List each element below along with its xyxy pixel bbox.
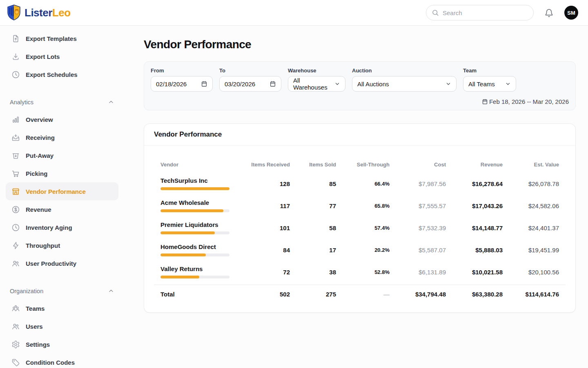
col-header-sell-through: Sell-Through (336, 162, 390, 168)
sidebar-item-label: Throughput (26, 242, 60, 249)
sidebar-item-put-away[interactable]: Put-Away (0, 146, 124, 164)
table-row[interactable]: TechSurplus Inc 128 85 66.4% $7,987.56 $… (154, 173, 566, 195)
sidebar-item-label: User Productivity (26, 260, 76, 267)
sidebar: Export Templates Export Lots Export Sche… (0, 26, 124, 368)
topbar: ListerLeo SM (0, 0, 588, 26)
search-icon (432, 9, 439, 16)
vendor-name: Valley Returns (160, 265, 242, 272)
est-value: $20,100.56 (503, 269, 566, 276)
items-received-value: 101 (242, 224, 290, 231)
est-value: $26,078.78 (503, 180, 566, 187)
items-sold-value: 17 (290, 247, 336, 254)
table-header-row: Vendor Items Received Items Sold Sell-Th… (154, 146, 566, 173)
sidebar-item-teams[interactable]: Teams (0, 299, 124, 317)
vendor-name: HomeGoods Direct (160, 243, 242, 250)
sidebar-item-export-templates[interactable]: Export Templates (0, 29, 124, 47)
table-row[interactable]: HomeGoods Direct 84 17 20.2% $5,587.07 $… (154, 239, 566, 261)
sidebar-item-throughput[interactable]: Throughput (0, 236, 124, 254)
card-title: Vendor Performance (154, 130, 566, 139)
sidebar-item-export-schedules[interactable]: Export Schedules (0, 65, 124, 83)
items-received-value: 84 (242, 247, 290, 254)
file-up-icon (11, 34, 20, 43)
filter-to: To 03/20/2026 (219, 67, 281, 92)
sidebar-section-analytics[interactable]: Analytics (0, 94, 124, 110)
sidebar-item-label: Inventory Aging (26, 224, 72, 231)
revenue-value: $10,021.58 (446, 269, 503, 276)
sidebar-item-receiving[interactable]: Receiving (0, 128, 124, 146)
team-select[interactable]: All Teams (463, 76, 516, 92)
notification-bell-icon[interactable] (544, 8, 554, 18)
total-est-value: $114,614.76 (503, 291, 566, 298)
items-sold-value: 77 (290, 202, 336, 209)
table-row[interactable]: Acme Wholesale 117 77 65.8% $7,555.57 $1… (154, 195, 566, 217)
sidebar-item-label: Picking (26, 170, 47, 177)
vendor-performance-card: Vendor Performance Vendor Items Received… (144, 123, 576, 313)
sidebar-item-export-lots[interactable]: Export Lots (0, 47, 124, 65)
chevron-up-icon[interactable] (108, 288, 114, 294)
est-value: $24,582.06 (503, 202, 566, 209)
auction-value: All Auctions (357, 81, 389, 88)
sidebar-item-vendor-performance[interactable]: Vendor Performance (6, 182, 118, 200)
total-cost: $34,794.48 (390, 291, 446, 298)
sell-through-value: 52.8% (336, 269, 390, 275)
sidebar-item-label: Vendor Performance (26, 188, 86, 195)
users-icon (11, 322, 20, 331)
sidebar-item-label: Teams (26, 305, 45, 312)
brand-name: ListerLeo (24, 7, 71, 19)
chevron-down-icon (445, 81, 451, 87)
cost-value: $5,587.07 (390, 247, 446, 254)
calendar-icon[interactable] (270, 81, 276, 87)
sidebar-item-user-productivity[interactable]: User Productivity (0, 254, 124, 272)
revenue-value: $5,888.03 (446, 247, 503, 254)
sell-through-value: 20.2% (336, 247, 390, 253)
table-row[interactable]: Premier Liquidators 101 58 57.4% $7,532.… (154, 217, 566, 239)
sidebar-item-inventory-aging[interactable]: Inventory Aging (0, 218, 124, 236)
sidebar-item-condition-codes[interactable]: Condition Codes (0, 353, 124, 368)
col-header-revenue: Revenue (446, 162, 503, 168)
col-header-vendor: Vendor (154, 162, 242, 168)
clock-icon (11, 223, 20, 232)
col-header-items-received: Items Received (242, 162, 290, 168)
sidebar-item-label: Revenue (26, 206, 51, 213)
from-date-input[interactable]: 02/18/2026 (151, 76, 213, 92)
sidebar-item-label: Settings (26, 341, 50, 348)
sidebar-item-label: Export Lots (26, 53, 60, 60)
sidebar-item-overview[interactable]: Overview (0, 110, 124, 128)
total-revenue: $63,380.28 (446, 291, 503, 298)
chevron-down-icon (505, 81, 511, 87)
auction-select[interactable]: All Auctions (352, 76, 457, 92)
sidebar-item-label: Export Templates (26, 35, 77, 42)
filters-card: From 02/18/2026 To 03/20/2026 (144, 61, 576, 110)
filter-from: From 02/18/2026 (151, 67, 213, 92)
sidebar-item-users[interactable]: Users (0, 317, 124, 335)
sidebar-item-picking[interactable]: Picking (0, 164, 124, 182)
cart-icon (11, 169, 20, 178)
sidebar-item-settings[interactable]: Settings (0, 335, 124, 353)
sidebar-section-organization[interactable]: Organization (0, 283, 124, 299)
warehouse-value: All Warehouses (293, 77, 331, 91)
est-value: $24,401.37 (503, 224, 566, 231)
table-row[interactable]: Valley Returns 72 38 52.8% $6,131.89 $10… (154, 261, 566, 283)
sidebar-item-label: Export Schedules (26, 71, 78, 78)
brand-logo[interactable]: ListerLeo (7, 4, 71, 21)
to-date-value: 03/20/2026 (225, 81, 255, 88)
filter-auction: Auction All Auctions (352, 67, 457, 92)
sell-through-value: 57.4% (336, 225, 390, 231)
total-label: Total (154, 291, 242, 298)
to-label: To (219, 67, 281, 74)
user-avatar[interactable]: SM (564, 6, 578, 20)
sidebar-item-revenue[interactable]: Revenue (0, 200, 124, 218)
calendar-icon[interactable] (201, 81, 207, 87)
sidebar-item-label: Overview (26, 116, 53, 123)
team-value: All Teams (468, 81, 495, 88)
date-range-text: Feb 18, 2026 -- Mar 20, 2026 (489, 98, 569, 105)
items-sold-value: 58 (290, 224, 336, 231)
chevron-up-icon[interactable] (108, 99, 114, 105)
to-date-input[interactable]: 03/20/2026 (219, 76, 281, 92)
cost-value: $7,555.57 (390, 202, 446, 209)
search-input[interactable] (426, 5, 534, 20)
warehouse-select[interactable]: All Warehouses (288, 76, 345, 92)
vendor-name: Acme Wholesale (160, 199, 242, 206)
items-sold-value: 38 (290, 269, 336, 276)
vendor-volume-bar (160, 231, 229, 234)
